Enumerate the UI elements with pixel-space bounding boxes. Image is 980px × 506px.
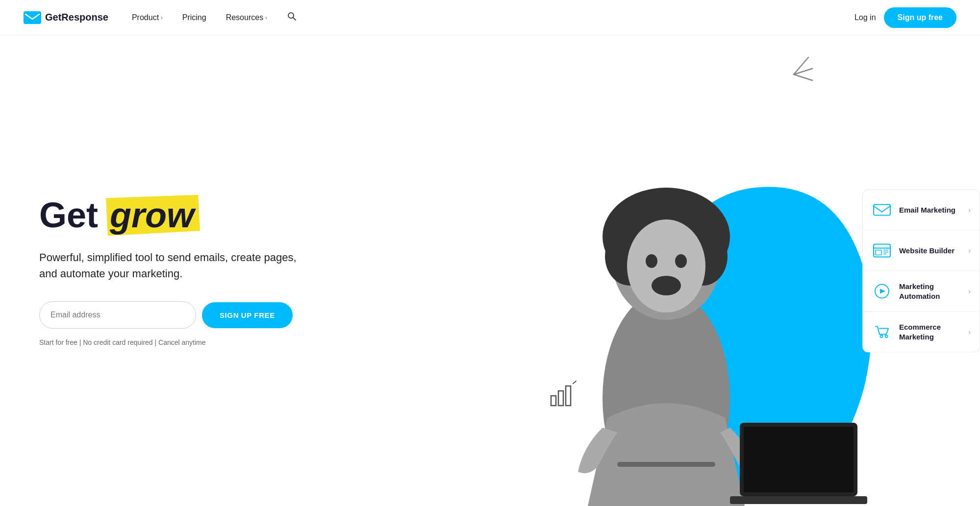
hero-subtext: Powerful, simplified tool to send emails… xyxy=(39,249,314,282)
search-icon xyxy=(287,11,297,21)
nav-links: Product › Pricing Resources › xyxy=(124,7,854,27)
main-nav: GetResponse Product › Pricing Resources … xyxy=(0,0,980,35)
email-input[interactable] xyxy=(39,301,196,329)
feature-card-marketing-automation[interactable]: Marketing Automation › xyxy=(862,271,980,312)
nav-item-resources[interactable]: Resources › xyxy=(218,9,275,26)
chevron-down-icon: › xyxy=(265,15,267,21)
chevron-right-icon: › xyxy=(968,327,971,336)
hero-headline: Get grow xyxy=(39,195,509,236)
feature-card-marketing-automation-label: Marketing Automation xyxy=(899,282,961,301)
feature-card-marketing-automation-text: Marketing Automation xyxy=(899,282,961,301)
svg-rect-17 xyxy=(558,391,563,406)
feature-card-ecommerce-marketing-text: Ecommerce Marketing xyxy=(899,322,961,341)
hero-note: Start for free | No credit card required… xyxy=(39,338,509,346)
svg-point-32 xyxy=(880,335,882,337)
hero-section: Get grow Powerful, simplified tool to se… xyxy=(0,35,980,506)
website-icon xyxy=(872,240,892,261)
svg-rect-22 xyxy=(730,496,867,504)
search-button[interactable] xyxy=(279,7,304,27)
chevron-down-icon: › xyxy=(161,15,163,21)
chevron-right-icon: › xyxy=(968,205,971,214)
svg-line-2 xyxy=(293,18,296,21)
svg-marker-31 xyxy=(880,289,885,293)
email-icon xyxy=(872,199,892,220)
feature-card-website-builder-label: Website Builder xyxy=(899,245,961,255)
svg-line-5 xyxy=(794,74,812,80)
nav-right: Log in Sign up free xyxy=(854,7,956,28)
feature-card-website-builder-text: Website Builder xyxy=(899,245,961,255)
svg-point-14 xyxy=(675,254,687,268)
feature-card-email-marketing[interactable]: Email Marketing › xyxy=(862,189,980,230)
svg-rect-21 xyxy=(744,427,854,492)
feature-card-ecommerce-marketing[interactable]: Ecommerce Marketing › xyxy=(862,312,980,352)
svg-rect-26 xyxy=(876,250,881,255)
svg-line-19 xyxy=(573,381,576,384)
feature-card-ecommerce-marketing-label: Ecommerce Marketing xyxy=(899,322,961,341)
headline-highlight: grow xyxy=(106,195,200,236)
nav-item-pricing[interactable]: Pricing xyxy=(175,9,214,26)
feature-card-website-builder[interactable]: Website Builder › xyxy=(862,230,980,271)
headline-static: Get xyxy=(39,197,98,234)
logo-icon xyxy=(24,11,41,24)
chart-icon xyxy=(549,379,578,408)
hero-cta-button[interactable]: SIGN UP FREE xyxy=(202,302,293,328)
svg-rect-16 xyxy=(551,396,556,406)
svg-rect-15 xyxy=(617,462,715,467)
laptop-illustration xyxy=(730,418,867,506)
svg-rect-23 xyxy=(874,204,890,215)
feature-card-email-marketing-text: Email Marketing xyxy=(899,205,961,215)
automation-icon xyxy=(872,281,892,301)
logo[interactable]: GetResponse xyxy=(24,11,108,24)
chevron-right-icon: › xyxy=(968,246,971,255)
svg-point-12 xyxy=(652,276,681,295)
svg-point-11 xyxy=(627,219,705,313)
ecommerce-icon xyxy=(872,321,892,342)
signup-button[interactable]: Sign up free xyxy=(884,7,956,28)
feature-card-email-marketing-label: Email Marketing xyxy=(899,205,961,215)
hero-right: Email Marketing › Website Builder › xyxy=(539,35,980,506)
logo-text: GetResponse xyxy=(45,12,108,23)
hero-left: Get grow Powerful, simplified tool to se… xyxy=(0,35,539,506)
nav-item-product[interactable]: Product › xyxy=(124,9,171,26)
chevron-right-icon: › xyxy=(968,287,971,295)
hero-form: SIGN UP FREE xyxy=(39,301,509,329)
svg-point-33 xyxy=(885,335,887,337)
svg-rect-0 xyxy=(24,11,41,24)
login-link[interactable]: Log in xyxy=(854,13,876,22)
svg-rect-18 xyxy=(566,386,571,406)
deco-lines xyxy=(774,55,813,94)
svg-point-13 xyxy=(646,254,657,268)
feature-cards: Email Marketing › Website Builder › xyxy=(862,189,980,352)
